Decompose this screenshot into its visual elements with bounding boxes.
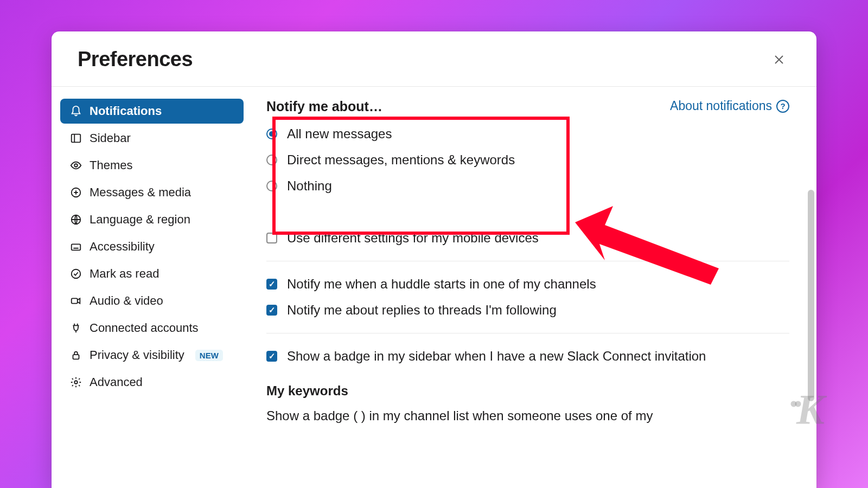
- sidebar-item-audio-video[interactable]: Audio & video: [60, 288, 244, 313]
- close-icon: [773, 53, 786, 66]
- checkbox-label: Notify me about replies to threads I'm f…: [287, 303, 557, 318]
- svg-rect-6: [72, 298, 78, 303]
- sidebar-item-label: Advanced: [90, 375, 143, 389]
- sidebar-item-sidebar[interactable]: Sidebar: [60, 126, 244, 151]
- preferences-sidebar: Notifications Sidebar Themes Messages & …: [52, 87, 252, 488]
- checkbox-huddle-notify[interactable]: Notify me when a huddle starts in one of…: [266, 271, 789, 297]
- svg-rect-0: [72, 134, 81, 143]
- radio-nothing[interactable]: Nothing: [266, 173, 789, 199]
- radio-label: Direct messages, mentions & keywords: [287, 152, 515, 168]
- message-icon: [70, 187, 82, 198]
- sidebar-item-label: Privacy & visibility: [90, 348, 184, 362]
- sidebar-item-accessibility[interactable]: Accessibility: [60, 234, 244, 259]
- sidebar-item-messages-media[interactable]: Messages & media: [60, 180, 244, 205]
- sidebar-item-label: Audio & video: [90, 294, 163, 308]
- video-icon: [70, 295, 82, 307]
- checkbox-slack-connect-badge[interactable]: Show a badge in my sidebar when I have a…: [266, 343, 789, 369]
- notify-radio-group: All new messages Direct messages, mentio…: [266, 121, 789, 199]
- svg-point-8: [74, 381, 78, 384]
- sidebar-item-label: Accessibility: [90, 240, 155, 254]
- sidebar-item-mark-as-read[interactable]: Mark as read: [60, 261, 244, 286]
- checkbox-thread-replies[interactable]: Notify me about replies to threads I'm f…: [266, 297, 789, 323]
- radio-direct-mentions-keywords[interactable]: Direct messages, mentions & keywords: [266, 147, 789, 173]
- close-button[interactable]: [768, 48, 790, 71]
- help-icon: ?: [776, 100, 789, 113]
- radio-input[interactable]: [266, 129, 277, 139]
- divider: [266, 333, 789, 333]
- modal-title: Preferences: [78, 48, 193, 71]
- sidebar-item-privacy-visibility[interactable]: Privacy & visibility NEW: [60, 343, 244, 368]
- sidebar-item-label: Sidebar: [90, 131, 131, 145]
- divider: [266, 261, 789, 261]
- sidebar-item-label: Connected accounts: [90, 321, 199, 335]
- svg-rect-4: [72, 244, 81, 250]
- radio-all-new-messages[interactable]: All new messages: [266, 121, 789, 147]
- radio-input[interactable]: [266, 181, 277, 191]
- sidebar-item-themes[interactable]: Themes: [60, 153, 244, 178]
- bell-icon: [70, 105, 82, 117]
- radio-input[interactable]: [266, 155, 277, 165]
- gear-icon: [70, 376, 82, 388]
- svg-rect-7: [73, 355, 79, 359]
- checkbox-mobile-settings[interactable]: Use different settings for my mobile dev…: [266, 225, 789, 251]
- scrollbar[interactable]: [808, 190, 814, 401]
- about-notifications-link[interactable]: About notifications ?: [670, 99, 789, 113]
- keyboard-icon: [70, 241, 82, 253]
- sidebar-item-language-region[interactable]: Language & region: [60, 207, 244, 232]
- layout-sidebar-icon: [70, 132, 82, 144]
- notify-section-title: Notify me about…: [266, 99, 382, 114]
- checkbox-input[interactable]: [266, 305, 277, 316]
- svg-point-1: [74, 164, 78, 167]
- sidebar-item-label: Themes: [90, 158, 132, 172]
- radio-label: All new messages: [287, 126, 392, 142]
- checkbox-input[interactable]: [266, 279, 277, 290]
- sidebar-item-notifications[interactable]: Notifications: [60, 99, 244, 124]
- radio-label: Nothing: [287, 178, 332, 194]
- sidebar-item-label: Language & region: [90, 213, 190, 227]
- lock-icon: [70, 349, 82, 361]
- checkbox-label: Use different settings for my mobile dev…: [287, 230, 539, 246]
- sidebar-item-label: Notifications: [90, 104, 162, 118]
- modal-header: Preferences: [52, 31, 816, 87]
- svg-point-5: [72, 269, 81, 279]
- checkbox-input[interactable]: [266, 233, 277, 243]
- eye-icon: [70, 159, 82, 171]
- plug-icon: [70, 322, 82, 334]
- about-link-label: About notifications: [670, 99, 772, 113]
- keywords-section-title: My keywords: [266, 383, 789, 399]
- checkbox-input[interactable]: [266, 351, 277, 362]
- new-badge: NEW: [195, 350, 223, 361]
- modal-body: Notifications Sidebar Themes Messages & …: [52, 87, 816, 488]
- sidebar-item-advanced[interactable]: Advanced: [60, 370, 244, 395]
- check-circle-icon: [70, 268, 82, 280]
- keyword-badge-description: Show a badge ( ) in my channel list when…: [266, 408, 789, 423]
- checkbox-label: Notify me when a huddle starts in one of…: [287, 277, 596, 292]
- checkbox-label: Show a badge in my sidebar when I have a…: [287, 349, 706, 364]
- main-header: Notify me about… About notifications ?: [266, 99, 789, 114]
- sidebar-item-label: Messages & media: [90, 185, 191, 200]
- preferences-modal: Preferences Notifications Sidebar Themes…: [52, 31, 816, 488]
- sidebar-item-connected-accounts[interactable]: Connected accounts: [60, 316, 244, 341]
- sidebar-item-label: Mark as read: [90, 267, 159, 281]
- globe-icon: [70, 214, 82, 226]
- preferences-main: Notify me about… About notifications ? A…: [252, 87, 816, 488]
